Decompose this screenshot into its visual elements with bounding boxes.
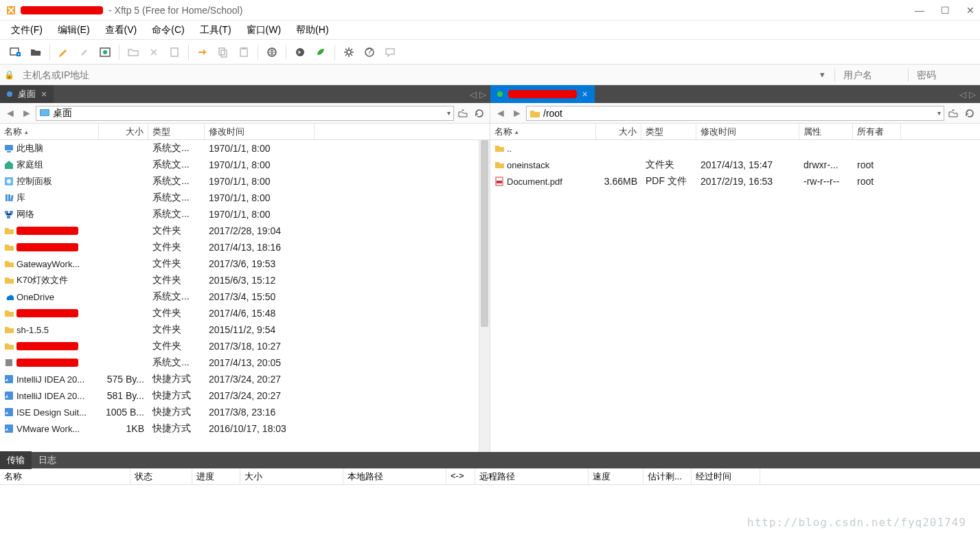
tab-close-button[interactable]: × [41,89,47,100]
file-row[interactable]: GatewayWork...文件夹2017/3/6, 19:53 [0,256,490,272]
tcol-local-path[interactable]: 本地路径 [343,468,446,484]
forward-button[interactable]: ► [510,106,525,121]
tcol-direction[interactable]: <-> [446,468,475,484]
tab-prev-button[interactable]: ◁ [959,89,966,100]
file-row[interactable]: 网络系统文...1970/1/1, 8:00 [0,206,490,223]
back-button[interactable]: ◄ [3,106,18,121]
file-row[interactable]: 文件夹2017/4/13, 18:16 [0,239,490,256]
refresh-button[interactable] [472,106,487,121]
file-row[interactable]: 库系统文...1970/1/1, 8:00 [0,190,490,206]
file-row[interactable]: 家庭组系统文...1970/1/1, 8:00 [0,157,490,173]
file-row[interactable]: 系统文...2017/4/13, 20:05 [0,354,490,371]
col-date[interactable]: 修改时间 [696,124,799,139]
col-type[interactable]: 类型 [148,124,205,139]
file-row[interactable]: 文件夹2017/4/6, 15:48 [0,305,490,321]
tcol-remote-path[interactable]: 远程路径 [475,468,589,484]
col-type[interactable]: 类型 [641,124,696,139]
tab-next-button[interactable]: ▷ [969,89,976,100]
refresh-button[interactable] [962,106,977,121]
tab-log[interactable]: 日志 [32,451,63,469]
col-name[interactable]: 名称▴ [0,124,99,139]
local-pathbar: ◄ ► 桌面 ▾ [0,103,490,124]
settings-button[interactable] [339,43,358,62]
tcol-status[interactable]: 状态 [130,468,192,484]
local-path-input[interactable]: 桌面 ▾ [36,106,454,121]
tab-transfer[interactable]: 传输 [0,451,32,469]
tab-remote-session[interactable]: × [490,85,595,103]
col-owner[interactable]: 所有者 [853,124,901,139]
open-session-button[interactable] [26,43,45,62]
transfer-button[interactable] [193,43,212,62]
svg-rect-30 [5,424,13,433]
svg-point-11 [347,50,351,54]
help-button[interactable]: ? [360,43,379,62]
globe-button[interactable] [262,43,282,62]
file-row[interactable]: 此电脑系统文...1970/1/1, 8:00 [0,140,490,157]
file-row[interactable]: IntelliJ IDEA 20...581 By...快捷方式2017/3/2… [0,387,490,404]
synchronize-button[interactable] [95,43,115,62]
properties-button[interactable] [165,43,184,62]
up-button[interactable] [455,106,470,121]
tab-local-desktop[interactable]: 桌面 × [0,85,54,103]
tcol-progress[interactable]: 进度 [192,468,240,484]
tcol-name[interactable]: 名称 [0,468,130,484]
tabs-row: 桌面 × ◁▷ × ◁▷ [0,85,980,103]
back-button[interactable]: ◄ [493,106,508,121]
file-row[interactable]: OneDrive系统文...2017/3/4, 15:50 [0,288,490,305]
tab-prev-button[interactable]: ◁ [470,89,477,100]
path-dropdown[interactable]: ▾ [937,109,941,117]
file-row[interactable]: 文件夹2017/2/28, 19:04 [0,223,490,239]
new-folder-button[interactable] [124,43,143,62]
paste-button[interactable] [234,43,253,62]
tcol-speed[interactable]: 速度 [589,468,643,484]
col-size[interactable]: 大小 [99,124,148,139]
close-button[interactable]: ✕ [966,5,975,16]
leaf-button[interactable] [311,43,330,62]
menu-edit[interactable]: 编辑(E) [52,21,95,39]
tcol-eta[interactable]: 估计剩... [643,468,692,484]
menu-tool[interactable]: 工具(T) [194,21,237,39]
path-dropdown[interactable]: ▾ [447,109,451,117]
file-row[interactable]: sh-1.5.5文件夹2015/11/2, 9:54 [0,321,490,338]
copy-button[interactable] [214,43,233,62]
brush-button[interactable] [75,43,94,62]
file-row[interactable]: K70灯效文件文件夹2015/6/3, 15:12 [0,272,490,288]
username-input[interactable] [841,68,902,82]
forward-button[interactable]: ► [19,106,34,121]
file-row[interactable]: IntelliJ IDEA 20...575 By...快捷方式2017/3/2… [0,371,490,387]
file-row[interactable]: 文件夹2017/3/18, 10:27 [0,338,490,354]
minimize-button[interactable]: — [915,5,924,16]
file-row[interactable]: VMware Work...1KB快捷方式2016/10/17, 18:03 [0,420,490,437]
menu-help[interactable]: 帮助(H) [290,21,334,39]
menu-file[interactable]: 文件(F) [5,21,48,39]
tab-next-button[interactable]: ▷ [479,89,486,100]
col-name[interactable]: 名称▴ [490,124,596,139]
edit-button[interactable] [54,43,73,62]
col-date[interactable]: 修改时间 [205,124,315,139]
tab-close-button[interactable]: × [582,89,588,100]
tcol-size[interactable]: 大小 [240,468,343,484]
file-row[interactable]: oneinstack文件夹2017/4/13, 15:47drwxr-...ro… [490,157,980,173]
file-row[interactable]: Document.pdf3.66MBPDF 文件2017/2/19, 16:53… [490,173,980,190]
password-input[interactable] [914,68,976,82]
remote-path-input[interactable]: /root ▾ [526,106,944,121]
terminal-button[interactable] [290,43,310,62]
file-row[interactable]: 控制面板系统文...1970/1/1, 8:00 [0,173,490,190]
host-dropdown[interactable]: ▾ [816,69,829,80]
maximize-button[interactable]: ☐ [941,5,950,16]
menu-window[interactable]: 窗口(W) [241,21,287,39]
tcol-elapsed[interactable]: 经过时间 [692,468,760,484]
new-session-button[interactable] [5,43,25,62]
col-perm[interactable]: 属性 [799,124,853,139]
col-size[interactable]: 大小 [596,124,641,139]
delete-button[interactable] [144,43,163,62]
host-input[interactable] [20,68,810,82]
file-row[interactable]: ISE Design Suit...1005 B...快捷方式2017/3/8,… [0,404,490,420]
chat-button[interactable] [380,43,400,62]
scrollbar[interactable] [479,140,490,452]
menu-command[interactable]: 命令(C) [146,21,190,39]
up-button[interactable] [946,106,961,121]
file-row[interactable]: .. [490,140,980,157]
lock-icon: 🔒 [4,70,14,80]
menu-view[interactable]: 查看(V) [100,21,143,39]
